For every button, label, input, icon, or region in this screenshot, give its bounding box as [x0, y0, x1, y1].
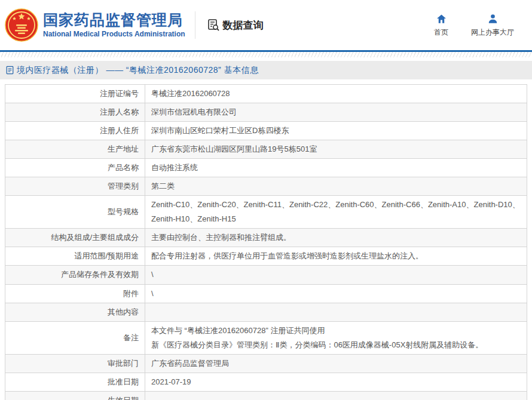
home-icon	[436, 13, 447, 24]
hatch-band	[0, 52, 532, 57]
row-value: 2021-07-19	[145, 373, 527, 391]
table-wrap: 注册证编号粤械注准20162060728注册人名称深圳市信冠机电有限公司注册人住…	[0, 79, 532, 400]
row-label: 生效日期	[5, 391, 145, 400]
breadcrumb-text: 境内医疗器械（注册） —— “粤械注准20162060728” 基本信息	[17, 65, 259, 76]
row-value: Zenith-C10、Zenith-C20、Zenith-C11、Zenith-…	[145, 196, 527, 229]
registration-info-table: 注册证编号粤械注准20162060728注册人名称深圳市信冠机电有限公司注册人住…	[5, 84, 527, 400]
row-label: 适用范围/预期用途	[5, 247, 145, 266]
row-label: 结构及组成/主要组成成分	[5, 229, 145, 247]
header-divider	[195, 11, 195, 39]
table-row: 注册证编号粤械注准20162060728	[5, 85, 527, 103]
table-row: 结构及组成/主要组成成分主要由控制台、主控制器和推注臂组成。	[5, 229, 527, 247]
nav-item-home[interactable]: 首页	[434, 13, 448, 38]
row-label: 注册证编号	[5, 85, 145, 103]
row-label: 生产地址	[5, 140, 145, 159]
row-value: 深圳市信冠机电有限公司	[145, 103, 527, 122]
row-label: 注册人住所	[5, 122, 145, 140]
table-row: 附件\	[5, 284, 527, 303]
table-row: 适用范围/预期用途配合专用注射器，供医疗单位用于血管造影或增强时造影剂或生理盐水…	[5, 247, 527, 266]
table-row: 生产地址广东省东莞市松山湖园区阿里山路19号5栋501室	[5, 140, 527, 159]
row-value: 粤械注准20162060728	[145, 85, 527, 103]
row-value	[145, 303, 527, 321]
org-name-en: National Medical Products Administration	[43, 30, 185, 38]
header: 国家药品监督管理局 National Medical Products Admi…	[0, 0, 532, 50]
table-row: 备注本文件与 “粤械注准20162060728” 注册证共同使用 新《医疗器械分…	[5, 321, 527, 354]
table-row: 型号规格Zenith-C10、Zenith-C20、Zenith-C11、Zen…	[5, 196, 527, 229]
row-label: 审批部门	[5, 354, 145, 373]
data-query-link[interactable]: 数据查询	[206, 18, 264, 32]
table-row: 注册人住所深圳市南山区蛇口荣村工业区D栋四楼东	[5, 122, 527, 140]
table-row: 注册人名称深圳市信冠机电有限公司	[5, 103, 527, 122]
page: 国家药品监督管理局 National Medical Products Admi…	[0, 0, 532, 400]
row-value: 深圳市南山区蛇口荣村工业区D栋四楼东	[145, 122, 527, 140]
nmpa-emblem-logo[interactable]	[5, 8, 38, 42]
row-value: 本文件与 “粤械注准20162060728” 注册证共同使用 新《医疗器械分类目…	[145, 321, 527, 354]
row-label: 型号规格	[5, 196, 145, 229]
nav-item-label: 首页	[434, 27, 448, 38]
nav-item-label: 网上办事大厅	[471, 27, 514, 38]
page-icon	[6, 66, 14, 75]
breadcrumb: 境内医疗器械（注册） —— “粤械注准20162060728” 基本信息	[0, 61, 532, 79]
row-label: 其他内容	[5, 303, 145, 321]
row-label: 产品储存条件及有效期	[5, 266, 145, 284]
row-value: \	[145, 266, 527, 284]
table-row: 审批部门广东省药品监督管理局	[5, 354, 527, 373]
row-value: 配合专用注射器，供医疗单位用于血管造影或增强时造影剂或生理盐水的注入。	[145, 247, 527, 266]
row-value: \	[145, 284, 527, 303]
row-value: 广东省药品监督管理局	[145, 354, 527, 373]
row-value: 主要由控制台、主控制器和推注臂组成。	[145, 229, 527, 247]
row-value: 自动推注系统	[145, 159, 527, 177]
info-table-body: 注册证编号粤械注准20162060728注册人名称深圳市信冠机电有限公司注册人住…	[5, 85, 527, 400]
row-value: 第二类	[145, 177, 527, 196]
row-label: 备注	[5, 321, 145, 354]
row-value	[145, 391, 527, 400]
table-row: 管理类别第二类	[5, 177, 527, 196]
data-query-label: 数据查询	[223, 19, 264, 32]
nav-item-service-hall[interactable]: 网上办事大厅	[471, 13, 514, 38]
row-label: 产品名称	[5, 159, 145, 177]
table-row: 产品名称自动推注系统	[5, 159, 527, 177]
row-label: 附件	[5, 284, 145, 303]
row-label: 批准日期	[5, 373, 145, 391]
row-value: 广东省东莞市松山湖园区阿里山路19号5栋501室	[145, 140, 527, 159]
table-row: 产品储存条件及有效期\	[5, 266, 527, 284]
row-label: 管理类别	[5, 177, 145, 196]
table-row: 生效日期	[5, 391, 527, 400]
brand-block: 国家药品监督管理局 National Medical Products Admi…	[43, 12, 185, 39]
table-row: 其他内容	[5, 303, 527, 321]
org-name-zh: 国家药品监督管理局	[43, 12, 185, 29]
header-nav: 首页 网上办事大厅	[434, 13, 532, 38]
person-icon	[487, 13, 499, 24]
row-label: 注册人名称	[5, 103, 145, 122]
document-search-icon	[206, 18, 221, 32]
table-row: 批准日期2021-07-19	[5, 373, 527, 391]
national-emblem-icon	[5, 8, 38, 42]
